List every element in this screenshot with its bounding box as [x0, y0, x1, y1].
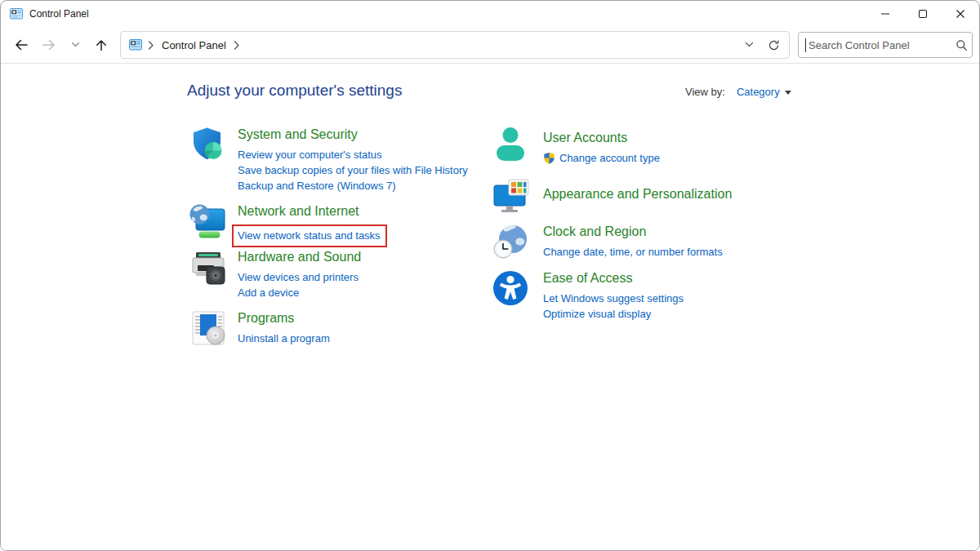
uac-shield-icon	[543, 152, 555, 164]
nav-buttons	[7, 32, 115, 58]
link-file-history-backup[interactable]: Save backup copies of your files with Fi…	[238, 162, 468, 178]
breadcrumb-chevron-icon[interactable]	[148, 41, 154, 50]
category-clock-and-region: Clock and Region Change date, time, or n…	[491, 222, 723, 261]
maximize-button[interactable]	[904, 1, 942, 27]
back-button[interactable]	[7, 32, 35, 58]
category-title-hardware-and-sound[interactable]: Hardware and Sound	[238, 250, 361, 264]
breadcrumb-control-panel[interactable]: Control Panel	[160, 38, 228, 53]
link-change-account-type[interactable]: Change account type	[559, 150, 660, 166]
link-view-devices-and-printers[interactable]: View devices and printers	[238, 269, 361, 285]
search-input[interactable]	[799, 39, 956, 51]
link-view-network-status[interactable]: View network status and tasks	[238, 229, 381, 242]
forward-button[interactable]	[35, 32, 63, 58]
category-title-ease-of-access[interactable]: Ease of Access	[543, 271, 684, 286]
link-uninstall-a-program[interactable]: Uninstall a program	[238, 331, 330, 346]
category-system-and-security: System and Security Review your computer…	[189, 125, 468, 193]
program-disc-icon[interactable]	[189, 309, 228, 348]
window-title: Control Panel	[29, 8, 89, 20]
page-title: Adjust your computer's settings	[187, 82, 402, 100]
link-backup-and-restore[interactable]: Backup and Restore (Windows 7)	[238, 178, 468, 193]
link-optimize-visual-display[interactable]: Optimize visual display	[543, 306, 684, 322]
link-let-windows-suggest-settings[interactable]: Let Windows suggest settings	[543, 291, 684, 306]
category-title-appearance-and-personalization[interactable]: Appearance and Personalization	[543, 187, 732, 202]
control-panel-home: Adjust your computer's settings View by:…	[1, 64, 979, 550]
window-controls	[866, 1, 979, 27]
text-caret	[805, 38, 806, 52]
address-dropdown-chevron[interactable]	[737, 33, 761, 56]
address-bar-controls	[737, 33, 786, 56]
navigation-toolbar: Control Panel	[1, 27, 979, 64]
control-panel-window: Control Panel	[0, 0, 980, 551]
red-highlight-box: View network status and tasks	[232, 224, 387, 247]
view-by-label: View by:	[685, 86, 725, 98]
category-title-system-and-security[interactable]: System and Security	[238, 127, 468, 142]
control-panel-icon	[129, 38, 142, 51]
category-network-and-internet: Network and Internet View network status…	[189, 202, 387, 247]
recent-locations-chevron[interactable]	[63, 32, 87, 58]
up-button[interactable]	[87, 32, 115, 58]
control-panel-icon	[10, 7, 23, 20]
search-box[interactable]	[798, 32, 973, 58]
personalization-icon[interactable]	[491, 177, 530, 216]
link-add-a-device[interactable]: Add a device	[238, 285, 361, 300]
category-appearance-and-personalization: Appearance and Personalization	[491, 177, 732, 216]
refresh-icon[interactable]	[761, 33, 786, 56]
clock-globe-icon[interactable]	[491, 222, 530, 261]
user-icon[interactable]	[491, 125, 530, 164]
close-button[interactable]	[942, 1, 979, 27]
chevron-down-icon	[785, 91, 791, 95]
search-icon[interactable]	[956, 39, 968, 51]
category-hardware-and-sound: Hardware and Sound View devices and prin…	[189, 247, 361, 300]
category-ease-of-access: Ease of Access Let Windows suggest setti…	[491, 269, 684, 322]
category-title-user-accounts[interactable]: User Accounts	[543, 131, 660, 145]
link-review-computer-status[interactable]: Review your computer's status	[238, 147, 468, 162]
link-change-date-time-formats[interactable]: Change date, time, or number formats	[543, 244, 723, 260]
category-title-clock-and-region[interactable]: Clock and Region	[543, 224, 723, 239]
view-by-category-dropdown[interactable]: Category	[737, 86, 791, 98]
minimize-button[interactable]	[866, 1, 904, 27]
address-bar[interactable]: Control Panel	[120, 31, 790, 59]
category-title-network-and-internet[interactable]: Network and Internet	[238, 204, 387, 219]
category-user-accounts: User Accounts Change account type	[491, 125, 660, 166]
shield-icon[interactable]	[189, 125, 228, 164]
breadcrumb-chevron-icon[interactable]	[234, 41, 240, 50]
accessibility-icon[interactable]	[491, 269, 530, 308]
title-bar: Control Panel	[1, 1, 979, 27]
printer-icon[interactable]	[189, 247, 228, 287]
category-title-programs[interactable]: Programs	[238, 311, 330, 326]
category-programs: Programs Uninstall a program	[189, 309, 330, 348]
network-globe-icon[interactable]	[189, 202, 228, 241]
view-by-control: View by: Category	[685, 86, 791, 98]
